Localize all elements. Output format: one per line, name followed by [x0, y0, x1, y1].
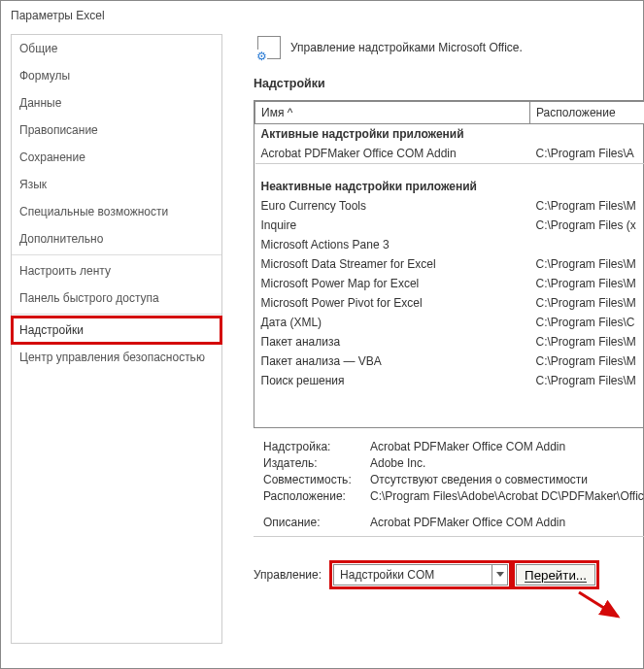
addin-details-panel: Надстройка: Acrobat PDFMaker Office COM … — [254, 438, 644, 530]
addin-location-cell: C:\Program Files\M — [530, 293, 645, 313]
sidebar-item[interactable]: Язык — [12, 171, 221, 198]
addin-name-cell: Acrobat PDFMaker Office COM Addin — [255, 144, 530, 164]
table-group-header: Неактивные надстройки приложений — [255, 164, 645, 197]
detail-location-label: Расположение: — [263, 489, 370, 503]
addin-name-cell: Пакет анализа — VBA — [255, 351, 530, 371]
table-row[interactable]: Microsoft Power Map for ExcelC:\Program … — [255, 274, 645, 293]
table-group-header: Активные надстройки приложений — [255, 124, 645, 145]
addin-location-cell: C:\Program Files (x — [530, 216, 645, 235]
go-button[interactable]: Перейти... — [516, 564, 595, 585]
sidebar-item[interactable]: Данные — [12, 89, 221, 117]
sidebar-item[interactable]: Дополнительно — [12, 225, 221, 252]
header-text: Управление надстройками Microsoft Office… — [290, 41, 523, 54]
table-row[interactable]: Дата (XML)C:\Program Files\C — [255, 313, 645, 332]
addin-name-cell: Euro Currency Tools — [255, 196, 530, 216]
addin-location-cell: C:\Program Files\M — [530, 332, 645, 351]
sidebar-item[interactable]: Надстройки — [12, 317, 221, 344]
sidebar-separator — [12, 254, 221, 255]
section-title: Надстройки — [254, 77, 644, 90]
table-row[interactable]: Поиск решенияC:\Program Files\M — [255, 371, 645, 390]
sidebar-item[interactable]: Центр управления безопасностью — [12, 344, 221, 371]
table-row[interactable]: Microsoft Actions Pane 3 — [255, 235, 645, 254]
excel-options-window: Параметры Excel ОбщиеФормулыДанныеПравоп… — [0, 0, 644, 669]
detail-compat-label: Совместимость: — [263, 473, 370, 486]
detail-location-value: C:\Program Files\Adobe\Acrobat DC\PDFMak… — [370, 489, 644, 503]
addin-name-cell: Microsoft Power Pivot for Excel — [255, 293, 530, 313]
addin-name-cell: Microsoft Power Map for Excel — [255, 274, 530, 293]
chevron-down-icon[interactable] — [491, 565, 507, 585]
table-row[interactable]: Пакет анализа — VBAC:\Program Files\M — [255, 351, 645, 371]
sidebar-separator — [12, 314, 221, 315]
annotation-arrow-icon — [574, 587, 632, 626]
col-header-name[interactable]: Имя ^ — [255, 102, 530, 124]
addin-location-cell: C:\Program Files\M — [530, 274, 645, 293]
addin-name-cell: Inquire — [255, 216, 530, 235]
detail-addin-value: Acrobat PDFMaker Office COM Addin — [370, 440, 644, 453]
sidebar-item[interactable]: Панель быстрого доступа — [12, 284, 221, 312]
sidebar-item[interactable]: Сохранение — [12, 144, 221, 171]
addin-location-cell: C:\Program Files\M — [530, 371, 645, 390]
addin-name-cell: Дата (XML) — [255, 313, 530, 332]
table-row[interactable]: InquireC:\Program Files (x — [255, 216, 645, 235]
table-row[interactable]: Euro Currency ToolsC:\Program Files\M — [255, 196, 645, 216]
divider — [254, 536, 644, 537]
addin-location-cell: C:\Program Files\A — [530, 144, 645, 164]
addin-location-cell: C:\Program Files\M — [530, 196, 645, 216]
detail-desc-value: Acrobat PDFMaker Office COM Addin — [370, 516, 644, 529]
addins-header-icon — [257, 36, 281, 59]
detail-desc-label: Описание: — [263, 516, 370, 529]
svg-line-0 — [579, 592, 618, 617]
sidebar-item[interactable]: Специальные возможности — [12, 198, 221, 225]
detail-addin-label: Надстройка: — [263, 440, 370, 453]
table-row[interactable]: Microsoft Data Streamer for ExcelC:\Prog… — [255, 254, 645, 274]
addin-name-cell: Microsoft Actions Pane 3 — [255, 235, 530, 254]
detail-publisher-value: Adobe Inc. — [370, 456, 644, 470]
addin-location-cell: C:\Program Files\M — [530, 351, 645, 371]
detail-compat-value: Отсутствуют сведения о совместимости — [370, 473, 644, 486]
manage-combobox-value: Надстройки COM — [340, 568, 434, 582]
window-title: Параметры Excel — [1, 1, 643, 26]
addin-location-cell — [530, 235, 645, 254]
addin-location-cell: C:\Program Files\M — [530, 254, 645, 274]
detail-publisher-label: Издатель: — [263, 456, 370, 470]
sidebar-item[interactable]: Общие — [12, 35, 221, 62]
sidebar-item[interactable]: Формулы — [12, 62, 221, 89]
manage-label: Управление: — [254, 568, 322, 582]
addin-location-cell: C:\Program Files\C — [530, 313, 645, 332]
addin-name-cell: Поиск решения — [255, 371, 530, 390]
addin-name-cell: Microsoft Data Streamer for Excel — [255, 254, 530, 274]
sidebar-item[interactable]: Правописание — [12, 117, 221, 144]
addin-name-cell: Пакет анализа — [255, 332, 530, 351]
table-row[interactable]: Пакет анализаC:\Program Files\M — [255, 332, 645, 351]
col-header-location[interactable]: Расположение — [530, 102, 645, 124]
categories-sidebar: ОбщиеФормулыДанныеПравописаниеСохранение… — [11, 34, 222, 644]
table-row[interactable]: Acrobat PDFMaker Office COM AddinC:\Prog… — [255, 144, 645, 164]
addins-table[interactable]: Имя ^ Расположение Активные надстройки п… — [254, 100, 644, 428]
table-row[interactable]: Microsoft Power Pivot for ExcelC:\Progra… — [255, 293, 645, 313]
manage-combobox[interactable]: Надстройки COM — [333, 564, 508, 585]
sidebar-item[interactable]: Настроить ленту — [12, 257, 221, 284]
